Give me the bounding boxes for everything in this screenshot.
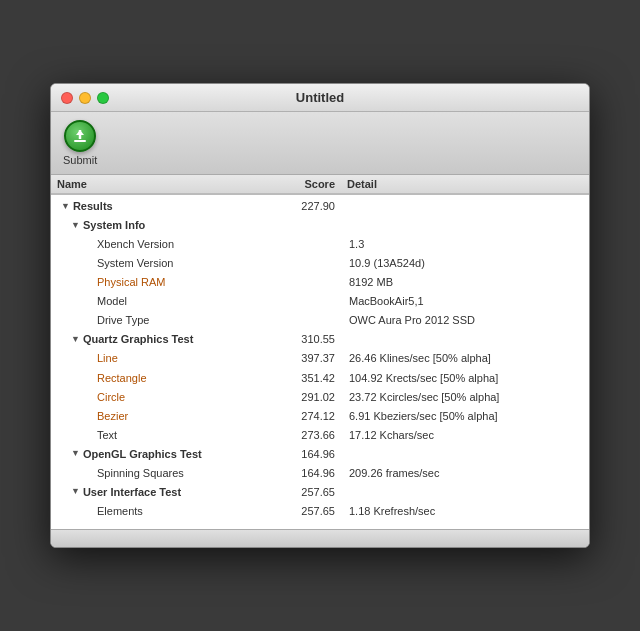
row-label: Bezier — [97, 408, 128, 425]
row-detail — [347, 445, 583, 464]
row-detail: 1.3 — [347, 235, 583, 254]
toolbar: Submit — [51, 112, 589, 175]
table-row[interactable]: Text273.6617.12 Kchars/sec — [51, 426, 589, 445]
expand-triangle[interactable]: ▼ — [71, 485, 80, 499]
main-window: Untitled Submit Name Score Detail ▼Resul… — [50, 83, 590, 548]
row-score: 310.55 — [277, 330, 347, 349]
row-label: Physical RAM — [97, 274, 165, 291]
row-label: Rectangle — [97, 370, 147, 387]
window-title: Untitled — [296, 90, 344, 105]
submit-button[interactable]: Submit — [63, 120, 97, 166]
row-label: Quartz Graphics Test — [83, 331, 193, 348]
row-score: 257.65 — [277, 483, 347, 502]
column-headers: Name Score Detail — [51, 175, 589, 194]
row-label: Model — [97, 293, 127, 310]
table-row[interactable]: Line397.3726.46 Klines/sec [50% alpha] — [51, 349, 589, 368]
table-row[interactable]: ModelMacBookAir5,1 — [51, 292, 589, 311]
table-row[interactable]: ▼User Interface Test257.65 — [51, 483, 589, 502]
row-label: User Interface Test — [83, 484, 181, 501]
row-detail: 6.91 Kbeziers/sec [50% alpha] — [347, 407, 583, 426]
row-score: 397.37 — [277, 349, 347, 368]
expand-triangle[interactable]: ▼ — [61, 200, 70, 214]
row-detail: 104.92 Krects/sec [50% alpha] — [347, 369, 583, 388]
row-score — [277, 254, 347, 273]
row-detail: 1.18 Krefresh/sec — [347, 502, 583, 521]
col-score: Score — [277, 177, 347, 191]
row-detail — [347, 483, 583, 502]
col-detail: Detail — [347, 177, 583, 191]
table-row[interactable]: System Version10.9 (13A524d) — [51, 254, 589, 273]
row-detail: 10.9 (13A524d) — [347, 254, 583, 273]
row-score: 273.66 — [277, 426, 347, 445]
row-label: Results — [73, 198, 113, 215]
table-row[interactable]: Bezier274.126.91 Kbeziers/sec [50% alpha… — [51, 407, 589, 426]
row-detail: OWC Aura Pro 2012 SSD — [347, 311, 583, 330]
table-row[interactable]: ▼System Info — [51, 216, 589, 235]
row-detail — [347, 197, 583, 216]
table-row[interactable]: ▼Results227.90 — [51, 197, 589, 216]
table-row[interactable]: Circle291.0223.72 Kcircles/sec [50% alph… — [51, 388, 589, 407]
results-tree: ▼Results227.90▼System InfoXbench Version… — [51, 195, 589, 529]
row-score: 227.90 — [277, 197, 347, 216]
row-score: 291.02 — [277, 388, 347, 407]
expand-triangle[interactable]: ▼ — [71, 219, 80, 233]
row-label: Elements — [97, 503, 143, 520]
row-score: 351.42 — [277, 369, 347, 388]
table-row[interactable]: ▼OpenGL Graphics Test164.96 — [51, 445, 589, 464]
row-score — [277, 235, 347, 254]
table-row[interactable]: ▼Quartz Graphics Test310.55 — [51, 330, 589, 349]
row-label: OpenGL Graphics Test — [83, 446, 202, 463]
minimize-button[interactable] — [79, 92, 91, 104]
table-row[interactable]: Elements257.651.18 Krefresh/sec — [51, 502, 589, 521]
row-score — [277, 273, 347, 292]
row-label: System Info — [83, 217, 145, 234]
row-score — [277, 311, 347, 330]
row-label: Text — [97, 427, 117, 444]
row-score: 274.12 — [277, 407, 347, 426]
submit-label: Submit — [63, 154, 97, 166]
row-score: 164.96 — [277, 464, 347, 483]
svg-marker-1 — [76, 130, 84, 135]
col-name: Name — [57, 177, 277, 191]
maximize-button[interactable] — [97, 92, 109, 104]
row-label: Spinning Squares — [97, 465, 184, 482]
table-row[interactable]: Physical RAM8192 MB — [51, 273, 589, 292]
row-detail — [347, 216, 583, 235]
table-row[interactable]: Rectangle351.42104.92 Krects/sec [50% al… — [51, 369, 589, 388]
close-button[interactable] — [61, 92, 73, 104]
submit-icon — [64, 120, 96, 152]
row-score: 164.96 — [277, 445, 347, 464]
traffic-lights — [61, 92, 109, 104]
row-score: 257.65 — [277, 502, 347, 521]
row-detail: 209.26 frames/sec — [347, 464, 583, 483]
row-detail: 8192 MB — [347, 273, 583, 292]
results-content: ▼Results227.90▼System InfoXbench Version… — [51, 194, 589, 529]
row-detail: 23.72 Kcircles/sec [50% alpha] — [347, 388, 583, 407]
row-detail — [347, 330, 583, 349]
row-detail: 17.12 Kchars/sec — [347, 426, 583, 445]
row-score — [277, 216, 347, 235]
bottom-bar — [51, 529, 589, 547]
row-detail: MacBookAir5,1 — [347, 292, 583, 311]
row-label: Circle — [97, 389, 125, 406]
row-label: System Version — [97, 255, 173, 272]
row-detail: 26.46 Klines/sec [50% alpha] — [347, 349, 583, 368]
row-score — [277, 292, 347, 311]
titlebar: Untitled — [51, 84, 589, 112]
row-label: Line — [97, 350, 118, 367]
table-row[interactable]: Spinning Squares164.96209.26 frames/sec — [51, 464, 589, 483]
expand-triangle[interactable]: ▼ — [71, 333, 80, 347]
row-label: Xbench Version — [97, 236, 174, 253]
row-label: Drive Type — [97, 312, 149, 329]
table-row[interactable]: Drive TypeOWC Aura Pro 2012 SSD — [51, 311, 589, 330]
expand-triangle[interactable]: ▼ — [71, 447, 80, 461]
table-row[interactable]: Xbench Version1.3 — [51, 235, 589, 254]
